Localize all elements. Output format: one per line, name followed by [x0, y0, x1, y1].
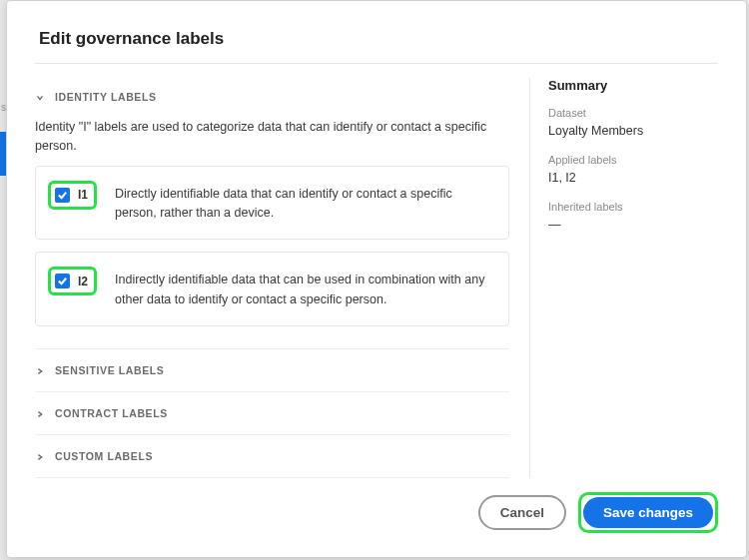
dialog-title: Edit governance labels: [39, 29, 714, 49]
edit-governance-labels-dialog: Edit governance labels IDENTITY LABELS I…: [6, 0, 747, 558]
section-title: CONTRACT LABELS: [55, 407, 168, 419]
chevron-right-icon: [35, 447, 45, 465]
labels-panel: IDENTITY LABELS Identity "I" labels are …: [35, 64, 529, 478]
summary-applied-label: Applied labels: [548, 154, 718, 166]
label-code-i2: I2: [78, 275, 88, 288]
section-title: CUSTOM LABELS: [55, 450, 153, 462]
summary-dataset-label: Dataset: [548, 107, 718, 119]
summary-dataset-value: Loyalty Members: [548, 124, 718, 138]
section-title: SENSITIVE LABELS: [55, 364, 164, 376]
checkbox-i1[interactable]: [55, 188, 70, 203]
checkbox-i2[interactable]: [55, 274, 70, 288]
summary-inherited-label: Inherited labels: [548, 201, 718, 213]
section-title: IDENTITY LABELS: [55, 91, 157, 103]
summary-inherited-value: —: [548, 218, 718, 232]
summary-panel: Summary Dataset Loyalty Members Applied …: [530, 64, 718, 478]
checkbox-i2-highlight: I2: [48, 267, 97, 295]
dialog-footer: Cancel Save changes: [7, 478, 746, 557]
section-identity-labels[interactable]: IDENTITY LABELS: [35, 78, 509, 116]
label-code-i1: I1: [78, 188, 88, 202]
chevron-right-icon: [35, 404, 45, 422]
dialog-header: Edit governance labels: [7, 1, 746, 63]
section-sensitive-labels[interactable]: SENSITIVE LABELS: [35, 348, 509, 391]
section-custom-labels[interactable]: CUSTOM LABELS: [35, 434, 509, 478]
dialog-body: IDENTITY LABELS Identity "I" labels are …: [7, 64, 746, 478]
summary-heading: Summary: [548, 78, 718, 93]
label-card-i1: I1 Directly identifiable data that can i…: [35, 166, 509, 241]
section-contract-labels[interactable]: CONTRACT LABELS: [35, 391, 509, 434]
chevron-down-icon: [35, 88, 45, 106]
label-description-i1: Directly identifiable data that can iden…: [115, 181, 492, 224]
label-card-i2: I2 Indirectly identifiable data that can…: [35, 252, 509, 326]
label-description-i2: Indirectly identifiable data that can be…: [115, 267, 492, 309]
checkbox-i1-highlight: I1: [48, 181, 97, 210]
cancel-button[interactable]: Cancel: [478, 495, 566, 530]
spacer: [35, 338, 509, 348]
summary-applied-value: I1, I2: [548, 171, 718, 185]
chevron-right-icon: [35, 361, 45, 379]
save-changes-button[interactable]: Save changes: [583, 497, 713, 528]
save-button-highlight: Save changes: [578, 492, 718, 533]
identity-section-description: Identity "I" labels are used to categori…: [35, 116, 509, 166]
